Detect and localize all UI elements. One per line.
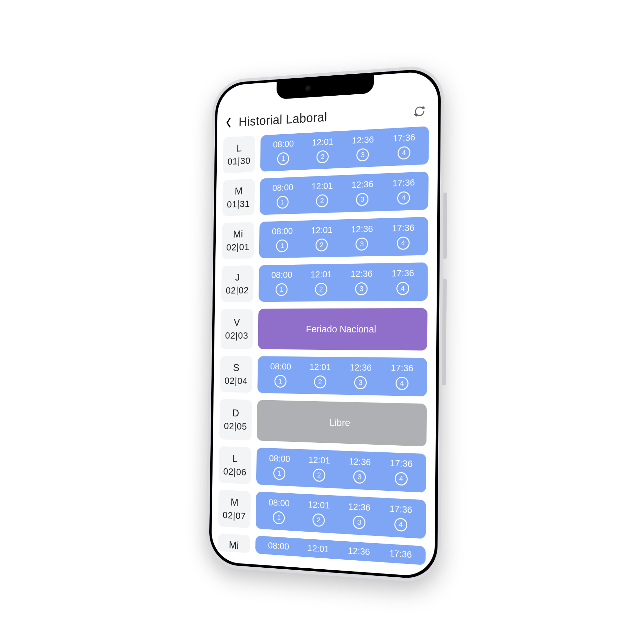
punch-card[interactable]: 08:00112:01212:36317:364 — [259, 262, 428, 302]
day-list[interactable]: L01|3008:00112:01212:36317:364M01|3108:0… — [211, 126, 438, 577]
date-pill: L01|30 — [223, 136, 255, 173]
date-pill: S02|04 — [220, 356, 252, 393]
punch-index-badge: 3 — [353, 470, 366, 484]
punch-index-badge: 4 — [397, 191, 410, 205]
punch-col: 17:364 — [383, 268, 423, 295]
punch-col: 12:363 — [341, 362, 381, 390]
chevron-left-icon — [226, 117, 232, 128]
day-row: S02|0408:00112:01212:36317:364 — [220, 356, 427, 396]
punch-index-badge: 4 — [395, 377, 408, 390]
punch-index-badge: 2 — [316, 150, 328, 163]
punch-col: 12:012 — [299, 499, 338, 528]
punch-time: 17:36 — [389, 548, 412, 560]
date-pill: L02|06 — [219, 446, 251, 484]
day-of-week: S — [233, 362, 240, 373]
punch-index-badge: 4 — [395, 472, 408, 486]
punch-index-badge: 3 — [354, 376, 367, 389]
month-day: 01|31 — [227, 198, 250, 210]
day-of-week: Mi — [233, 228, 243, 240]
punch-card[interactable]: 08:00112:01212:36317:364 — [259, 217, 428, 259]
punch-time: 08:00 — [272, 226, 293, 237]
punch-time: 12:36 — [350, 362, 372, 373]
punch-index-badge: 4 — [396, 282, 409, 295]
punch-col: 12:363 — [339, 501, 379, 530]
free-banner[interactable]: Libre — [257, 400, 427, 447]
punch-time: 12:36 — [351, 269, 373, 279]
punch-card[interactable]: 08:00112:01212:36317:364 — [257, 356, 427, 396]
punch-index-badge: 4 — [394, 518, 407, 532]
punch-time: 12:36 — [352, 179, 374, 190]
day-of-week: M — [231, 496, 239, 508]
punch-time: 12:01 — [311, 225, 333, 236]
punch-time: 12:01 — [308, 499, 329, 511]
month-day: 02|07 — [223, 509, 246, 522]
date-pill: Mi02|01 — [222, 222, 254, 259]
punch-col: 12:012 — [301, 362, 340, 389]
punch-index-badge: 3 — [356, 193, 369, 206]
refresh-button[interactable] — [412, 103, 427, 119]
punch-time: 08:00 — [270, 361, 291, 372]
punch-card[interactable]: 08:00112:01212:36317:364 — [256, 491, 426, 539]
punch-time: 12:01 — [312, 137, 334, 148]
punch-card[interactable]: 08:00112:01212:36317:364 — [255, 535, 426, 565]
punch-index-badge: 3 — [356, 148, 369, 162]
month-day: 02|01 — [226, 241, 250, 253]
punch-index-badge: 3 — [353, 516, 366, 529]
punch-index-badge: 1 — [273, 511, 285, 525]
date-pill: D02|05 — [219, 399, 252, 440]
punch-time: 12:01 — [308, 543, 329, 555]
holiday-banner[interactable]: Feriado Nacional — [258, 308, 428, 351]
day-of-week: V — [234, 317, 240, 328]
punch-time: 17:36 — [393, 177, 415, 189]
banner-label: Libre — [329, 417, 350, 428]
day-row: J02|0208:00112:01212:36317:364 — [221, 262, 428, 302]
punch-col: 17:364 — [381, 458, 422, 487]
back-button[interactable] — [224, 116, 233, 129]
screen: Historial Laboral L01|3008:00112:01212:3… — [211, 71, 438, 577]
punch-time: 12:36 — [351, 224, 373, 235]
month-day: 01|30 — [227, 155, 251, 167]
day-of-week: D — [232, 407, 239, 419]
punch-time: 08:00 — [272, 182, 293, 193]
punch-index-badge: 4 — [397, 146, 410, 160]
day-row: Mi08:00112:01212:36317:364 — [218, 533, 426, 565]
punch-card[interactable]: 08:00112:01212:36317:364 — [260, 172, 429, 215]
punch-col: 08:001 — [263, 270, 301, 296]
punch-time: 08:00 — [269, 497, 290, 508]
punch-col: 17:364 — [383, 222, 423, 250]
punch-col: 12:012 — [299, 542, 338, 555]
punch-index-badge: 1 — [276, 283, 288, 296]
day-row: M02|0708:00112:01212:36317:364 — [218, 490, 426, 539]
punch-time: 12:01 — [311, 181, 333, 192]
punch-col: 12:012 — [303, 136, 342, 164]
punch-index-badge: 2 — [315, 283, 327, 296]
date-pill: Mi — [218, 533, 250, 553]
punch-time: 17:36 — [390, 504, 412, 516]
punch-index-badge: 2 — [314, 375, 327, 389]
punch-index-badge: 1 — [274, 375, 287, 388]
day-of-week: L — [232, 452, 238, 464]
punch-time: 12:36 — [348, 501, 371, 513]
day-row: V02|03Feriado Nacional — [221, 308, 428, 351]
punch-time: 12:01 — [309, 362, 331, 373]
date-pill: M02|07 — [218, 490, 251, 528]
side-button — [442, 279, 447, 385]
punch-col: 12:363 — [339, 545, 379, 558]
punch-time: 08:00 — [269, 453, 290, 464]
date-pill: J02|02 — [221, 265, 254, 302]
day-of-week: Mi — [229, 539, 239, 552]
punch-col: 08:001 — [261, 361, 300, 388]
punch-col: 17:364 — [380, 547, 421, 561]
punch-time: 08:00 — [268, 540, 289, 552]
punch-index-badge: 2 — [313, 469, 326, 482]
punch-col: 17:364 — [380, 503, 421, 533]
punch-index-badge: 2 — [316, 194, 328, 207]
punch-col: 17:364 — [384, 132, 424, 160]
day-row: Mi02|0108:00112:01212:36317:364 — [222, 217, 428, 259]
punch-index-badge: 1 — [277, 196, 289, 209]
punch-col: 17:364 — [383, 177, 424, 205]
day-row: L02|0608:00112:01212:36317:364 — [219, 446, 426, 493]
punch-card[interactable]: 08:00112:01212:36317:364 — [256, 448, 426, 493]
month-day: 02|02 — [226, 285, 249, 296]
phone-mock: Historial Laboral L01|3008:00112:01212:3… — [206, 64, 444, 584]
